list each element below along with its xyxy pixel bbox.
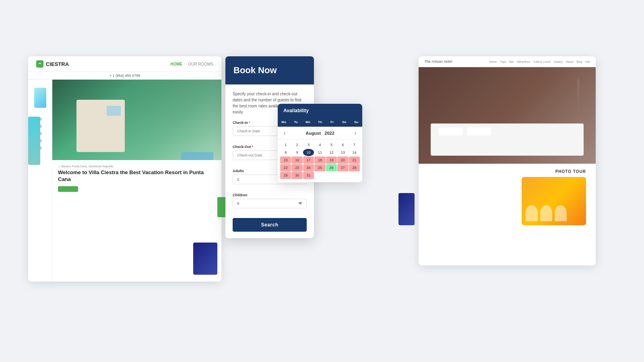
- photo-tour-label: PHOTO TOUR: [424, 169, 590, 174]
- calendar-day[interactable]: 25: [314, 164, 325, 171]
- pillow-left: [439, 128, 463, 136]
- pillow-right: [467, 128, 491, 136]
- calendar-day[interactable]: 8: [280, 149, 291, 156]
- calendar-day[interactable]: 4: [314, 141, 325, 148]
- calendar-day[interactable]: 15: [280, 156, 291, 164]
- left-text-area: — Bavaro, Punta Cana, Dominican Republic…: [52, 160, 221, 197]
- calendar-day[interactable]: 1: [280, 141, 291, 148]
- calendar-day[interactable]: 20: [337, 156, 348, 164]
- calendar-day[interactable]: 13: [337, 149, 348, 156]
- left-main-content: — Bavaro, Punta Cana, Dominican Republic…: [52, 80, 221, 282]
- calendar-day[interactable]: 18: [314, 156, 325, 164]
- calendar-day[interactable]: 10: [303, 149, 314, 156]
- phone-number: + 1 (954) 456 6789: [28, 72, 221, 80]
- artisan-hotel-logo: The Artisan Hotel: [424, 60, 452, 64]
- search-button[interactable]: Search: [233, 218, 307, 232]
- calendar-month-year: August 2022: [305, 131, 334, 136]
- calendar-day[interactable]: 17: [303, 156, 314, 164]
- day-we: We: [302, 119, 314, 125]
- right-card-bottom: PHOTO TOUR: [419, 164, 596, 231]
- availability-calendar: Availability Mo Tu We Th Fr Sa Su ‹ Augu…: [278, 104, 362, 182]
- calendar-month-nav: ‹ August 2022 ›: [278, 127, 362, 140]
- blue-strip-right-decoration: [398, 193, 415, 225]
- calendar-day[interactable]: 2: [291, 141, 302, 148]
- blue-decoration: [193, 243, 217, 275]
- calendar-day[interactable]: 23: [291, 164, 302, 171]
- children-label: Children: [233, 193, 307, 197]
- calendar-day: [326, 172, 337, 179]
- hotel-room-image: [419, 67, 596, 164]
- ciestra-logo: CIESTRA: [36, 60, 69, 68]
- calendar-day[interactable]: 16: [291, 156, 302, 164]
- bed-shape: [431, 123, 584, 156]
- calendar-day[interactable]: 21: [349, 156, 360, 164]
- calendar-day[interactable]: 7: [349, 141, 360, 148]
- children-select[interactable]: 0 1 2 3: [233, 199, 307, 208]
- right-website-card: The Artisan Hotel Home Trips Bar Attract…: [419, 56, 596, 265]
- calendar-day[interactable]: 29: [280, 172, 291, 179]
- calendar-day[interactable]: 6: [337, 141, 348, 148]
- day-fr: Fr: [326, 119, 338, 125]
- left-nav: CIESTRA HOME OUR ROOMS: [28, 56, 221, 72]
- day-th: Th: [314, 119, 326, 125]
- calendar-day[interactable]: 9: [291, 149, 302, 156]
- location-subtitle: — Bavaro, Punta Cana, Dominican Republic: [58, 165, 216, 168]
- day-sa: Sa: [338, 119, 350, 125]
- calendar-day[interactable]: 5: [326, 141, 337, 148]
- calendar-grid: 1234567891011121314151617181920212223242…: [278, 140, 362, 182]
- teal-strip-decoration: [28, 117, 40, 165]
- resort-title: Welcome to Villa Ciestra the Best Vacati…: [58, 169, 216, 183]
- day-mo: Mo: [278, 119, 290, 125]
- calendar-day[interactable]: 19: [326, 156, 337, 164]
- resort-image: [52, 80, 221, 160]
- cta-button[interactable]: [58, 186, 78, 192]
- calendar-day: [314, 172, 325, 179]
- day-su: Su: [350, 119, 362, 125]
- sidebar-decoration: [34, 88, 46, 108]
- calendar-day: [349, 172, 360, 179]
- required-star-2: *: [252, 145, 254, 149]
- calendar-title: Availability: [283, 108, 309, 113]
- calendar-day[interactable]: 28: [349, 164, 360, 171]
- calendar-day[interactable]: 3: [303, 141, 314, 148]
- lamp-shape: [577, 79, 580, 111]
- calendar-header: Availability: [278, 104, 362, 117]
- right-nav-links: Home Trips Bar Attractions Café & Lunch …: [489, 60, 590, 63]
- calendar-day[interactable]: 27: [337, 164, 348, 171]
- logo-icon: [36, 60, 43, 68]
- meeting-image: [522, 177, 586, 225]
- calendar-day[interactable]: 26: [326, 164, 337, 171]
- pool-shape: [181, 152, 213, 160]
- children-group: Children 0 1 2 3: [233, 193, 307, 214]
- book-now-title: Book Now: [233, 65, 306, 76]
- left-sidebar: [28, 80, 52, 282]
- prev-month-button[interactable]: ‹: [282, 129, 287, 137]
- calendar-day: [337, 172, 348, 179]
- left-website-card: CIESTRA HOME OUR ROOMS + 1 (954) 456 678…: [28, 56, 221, 282]
- right-nav: The Artisan Hotel Home Trips Bar Attract…: [419, 56, 596, 67]
- book-now-header: Book Now: [225, 56, 314, 84]
- calendar-day[interactable]: 22: [280, 164, 291, 171]
- left-nav-links: HOME OUR ROOMS: [170, 62, 213, 66]
- calendar-days-header: Mo Tu We Th Fr Sa Su: [278, 117, 362, 127]
- next-month-button[interactable]: ›: [353, 129, 358, 137]
- day-tu: Tu: [290, 119, 302, 125]
- calendar-day[interactable]: 11: [314, 149, 325, 156]
- building-shape: [76, 100, 125, 152]
- required-star: *: [249, 121, 250, 125]
- calendar-day[interactable]: 31: [303, 172, 314, 179]
- calendar-day[interactable]: 12: [326, 149, 337, 156]
- calendar-day[interactable]: 14: [349, 149, 360, 156]
- calendar-day[interactable]: 24: [303, 164, 314, 171]
- calendar-day[interactable]: 30: [291, 172, 302, 179]
